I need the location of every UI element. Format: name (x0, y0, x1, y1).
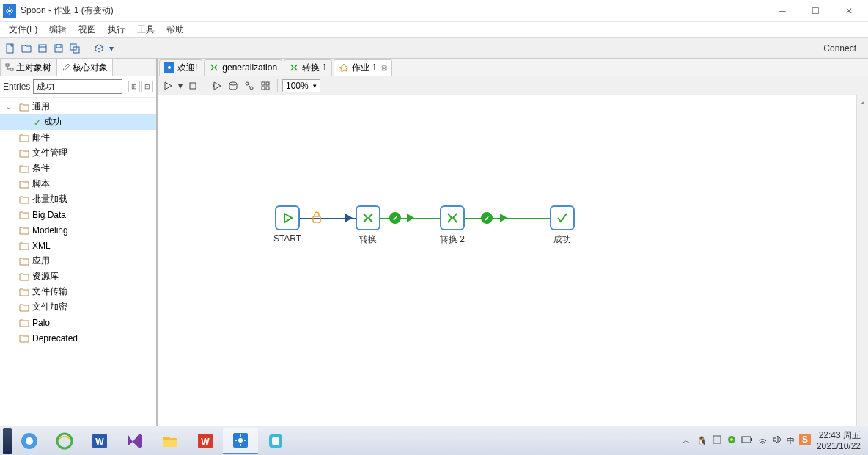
save-icon[interactable] (51, 41, 66, 56)
menu-file[interactable]: 文件(F) (3, 22, 43, 37)
tree-toggle-icon[interactable]: ⌄ (4, 103, 13, 111)
tray-wifi-icon[interactable] (757, 434, 768, 447)
system-tray: ︿ 🐧 中 S 22:43 周五 2021/10/22 (682, 430, 865, 451)
tree-item-6[interactable]: 批量加载 (0, 192, 156, 207)
tree-item-10[interactable]: 应用 (0, 253, 156, 269)
menu-tools[interactable]: 工具 (131, 22, 161, 37)
svg-point-0 (8, 10, 11, 12)
node-label: 转换 2 (425, 233, 479, 246)
canvas[interactable]: ▴ ✓✓START转换转换 2成功 (158, 95, 868, 426)
scroll-up-icon[interactable]: ▴ (858, 97, 867, 107)
new-file-icon[interactable] (3, 41, 18, 56)
tray-360-icon[interactable] (727, 434, 737, 447)
tree-item-0[interactable]: ⌄通用 (0, 99, 156, 114)
svg-rect-25 (163, 440, 177, 447)
tray-ime-icon[interactable]: 中 (787, 435, 795, 446)
collapse-all-icon[interactable]: ⊟ (141, 81, 153, 92)
stop-icon[interactable] (185, 79, 200, 93)
menu-view[interactable]: 视图 (73, 22, 102, 37)
svg-point-29 (238, 438, 243, 443)
taskbar-ie-icon[interactable] (47, 428, 82, 454)
file-tab-3[interactable]: 作业 1⊠ (334, 59, 392, 76)
align-icon[interactable] (258, 79, 273, 93)
close-button[interactable]: ✕ (832, 0, 865, 22)
tree-item-15[interactable]: Deprecated (0, 330, 156, 346)
folder-icon (19, 103, 29, 112)
folder-icon (19, 134, 29, 142)
run-icon[interactable] (161, 79, 175, 93)
taskbar-browser-icon[interactable] (12, 428, 47, 454)
file-tab-2[interactable]: 转换 1 (284, 59, 332, 76)
tree-item-11[interactable]: 资源库 (0, 269, 156, 284)
search-input[interactable] (33, 79, 122, 94)
taskbar-explorer-icon[interactable] (152, 428, 188, 454)
node-box (356, 205, 380, 230)
tray-chevron-icon[interactable]: ︿ (682, 434, 691, 447)
tray-qq-icon[interactable]: 🐧 (696, 436, 707, 446)
run-dropdown-icon[interactable]: ▾ (177, 79, 184, 93)
start-button[interactable] (3, 428, 12, 454)
svg-rect-36 (751, 438, 752, 441)
tree-item-5[interactable]: 脚本 (0, 176, 156, 192)
connect-button[interactable]: Connect (814, 42, 865, 55)
dropdown-icon[interactable]: ▾ (108, 41, 115, 56)
zoom-select[interactable]: 100% ▾ (282, 79, 320, 92)
check-badge-icon: ✓ (389, 212, 401, 224)
file-tab-1[interactable]: generalization (204, 59, 282, 76)
tree-icon (5, 63, 14, 72)
menu-help[interactable]: 帮助 (161, 22, 190, 37)
open-file-icon[interactable] (19, 41, 34, 56)
node-label: 转换 (341, 233, 395, 246)
svg-text:W: W (95, 437, 104, 447)
maximize-button[interactable]: ☐ (799, 0, 832, 22)
file-tab-0[interactable]: 欢迎! (159, 59, 202, 76)
expand-all-icon[interactable]: ⊞ (128, 81, 140, 92)
tab-close-icon[interactable]: ⊠ (381, 64, 387, 72)
tray-volume-icon[interactable] (772, 434, 782, 447)
sql-icon[interactable] (226, 79, 240, 93)
node-start[interactable]: START (275, 205, 300, 244)
node-trans2[interactable]: 转换 2 (440, 205, 465, 246)
menu-run[interactable]: 执行 (102, 22, 131, 37)
tree-item-9[interactable]: XML (0, 238, 156, 253)
sidebar-tab-main-tree[interactable]: 主对象树 (0, 59, 56, 76)
vertical-scrollbar[interactable]: ▴ (856, 95, 868, 426)
tree-item-7[interactable]: Big Data (0, 207, 156, 222)
svg-rect-15 (262, 82, 265, 85)
tree-item-4[interactable]: 条件 (0, 161, 156, 176)
tree-label: Big Data (32, 210, 66, 220)
node-trans1[interactable]: 转换 (356, 205, 380, 246)
tree-item-8[interactable]: Modeling (0, 222, 156, 238)
taskbar-clock[interactable]: 22:43 周五 2021/10/22 (817, 430, 861, 451)
taskbar-vs-icon[interactable] (117, 428, 152, 454)
tree-item-3[interactable]: 文件管理 (0, 145, 156, 161)
arrow-icon (407, 214, 414, 222)
taskbar: W W ︿ 🐧 中 S 22:43 周五 2021/10/22 (0, 426, 868, 455)
taskbar-app-icon[interactable] (258, 428, 293, 454)
save-as-icon[interactable] (67, 41, 82, 56)
tree-item-12[interactable]: 文件传输 (0, 284, 156, 299)
tree-item-13[interactable]: 文件加密 (0, 299, 156, 315)
tree-item-1[interactable]: ✓成功 (0, 114, 156, 130)
sidebar-tab-core-objects[interactable]: 核心对象 (56, 59, 113, 76)
tray-battery-icon[interactable] (741, 435, 753, 446)
app-icon (3, 4, 16, 18)
tree-item-2[interactable]: 邮件 (0, 130, 156, 145)
menu-edit[interactable]: 编辑 (43, 22, 73, 37)
tray-sogou-icon[interactable]: S (799, 434, 811, 448)
replay-icon[interactable] (210, 79, 224, 93)
impact-icon[interactable] (242, 79, 257, 93)
minimize-button[interactable]: ─ (766, 0, 799, 22)
tree-label: 邮件 (32, 131, 50, 144)
taskbar-wps-icon[interactable]: W (188, 428, 223, 454)
tray-shield-icon[interactable] (712, 434, 722, 447)
taskbar-word-icon[interactable]: W (82, 428, 117, 454)
perspective-icon[interactable] (92, 41, 106, 56)
taskbar-spoon-icon[interactable] (223, 428, 258, 454)
tree-item-14[interactable]: Palo (0, 315, 156, 330)
tree-label: 文件管理 (32, 147, 67, 159)
svg-point-37 (762, 443, 763, 444)
explore-icon[interactable] (35, 41, 50, 56)
node-success[interactable]: 成功 (550, 205, 575, 246)
svg-rect-19 (313, 216, 320, 222)
